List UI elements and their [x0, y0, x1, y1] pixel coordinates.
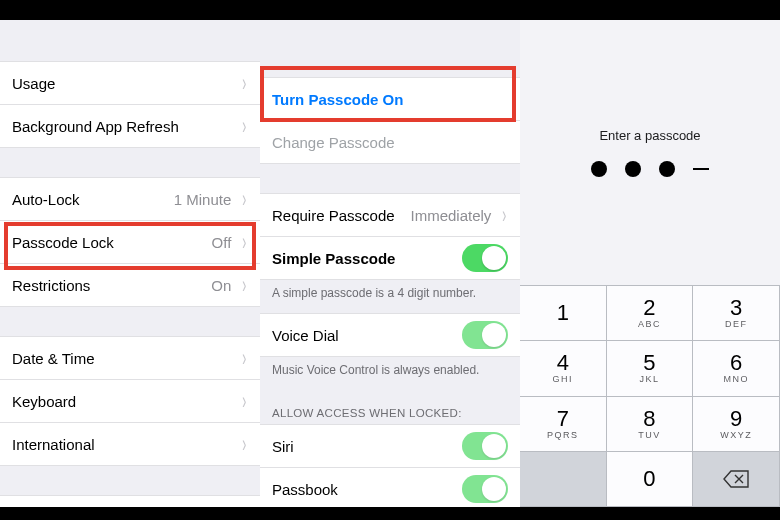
key-8[interactable]: 8TUV: [607, 397, 694, 452]
passcode-dot-filled: [625, 161, 641, 177]
row-background-app-refresh[interactable]: Background App Refresh ›: [0, 104, 260, 148]
toggle-simple-passcode[interactable]: [462, 244, 508, 272]
row-label: Restrictions: [12, 277, 211, 294]
row-siri: Siri: [260, 424, 520, 468]
row-passbook: Passbook: [260, 467, 520, 507]
toggle-siri[interactable]: [462, 432, 508, 460]
row-turn-passcode-on[interactable]: Turn Passcode On: [260, 77, 520, 121]
row-value: 1 Minute: [174, 191, 232, 208]
key-2[interactable]: 2ABC: [607, 286, 694, 341]
row-change-passcode[interactable]: Change Passcode: [260, 120, 520, 164]
numeric-keypad: 1 2ABC 3DEF 4GHI 5JKL 6MNO 7PQRS 8TUV 9W…: [520, 285, 780, 507]
row-keyboard[interactable]: Keyboard ›: [0, 379, 260, 423]
key-3[interactable]: 3DEF: [693, 286, 780, 341]
key-5[interactable]: 5JKL: [607, 341, 694, 396]
key-7[interactable]: 7PQRS: [520, 397, 607, 452]
toggle-passbook[interactable]: [462, 475, 508, 503]
row-label: Require Passcode: [272, 207, 410, 224]
row-label: Simple Passcode: [272, 250, 462, 267]
row-label: International: [12, 436, 237, 453]
chevron-right-icon: ›: [243, 230, 247, 254]
row-label: Voice Dial: [272, 327, 462, 344]
row-value: Off: [212, 234, 232, 251]
passcode-title: Enter a passcode: [599, 128, 700, 143]
row-itunes-wifi-sync[interactable]: iTunes Wi-Fi Sync ›: [0, 495, 260, 507]
row-voice-dial: Voice Dial: [260, 313, 520, 357]
row-label: Passbook: [272, 481, 462, 498]
passcode-dots: [591, 161, 709, 177]
chevron-right-icon: ›: [243, 346, 247, 370]
chevron-right-icon: ›: [243, 505, 247, 507]
chevron-right-icon: ›: [243, 273, 247, 297]
section-header-locked: ALLOW ACCESS WHEN LOCKED:: [260, 391, 520, 425]
row-restrictions[interactable]: Restrictions On ›: [0, 263, 260, 307]
key-blank: [520, 452, 607, 507]
chevron-right-icon: ›: [243, 187, 247, 211]
row-require-passcode[interactable]: Require Passcode Immediately ›: [260, 193, 520, 237]
row-label: Usage: [12, 75, 237, 92]
row-label: Keyboard: [12, 393, 237, 410]
passcode-settings-panel: Turn Passcode On Change Passcode Require…: [260, 20, 520, 507]
chevron-right-icon: ›: [243, 432, 247, 456]
passcode-dot-filled: [659, 161, 675, 177]
chevron-right-icon: ›: [503, 203, 507, 227]
top-letterbox: [0, 0, 780, 20]
row-label: Date & Time: [12, 350, 237, 367]
row-value: Immediately: [410, 207, 491, 224]
passcode-dot-filled: [591, 161, 607, 177]
row-label: Passcode Lock: [12, 234, 212, 251]
bottom-letterbox: [0, 507, 780, 520]
note-voice-dial: Music Voice Control is always enabled.: [260, 357, 520, 391]
chevron-right-icon: ›: [243, 389, 247, 413]
row-label: Siri: [272, 438, 462, 455]
row-usage[interactable]: Usage ›: [0, 61, 260, 105]
key-0[interactable]: 0: [607, 452, 694, 507]
row-date-time[interactable]: Date & Time ›: [0, 336, 260, 380]
row-passcode-lock[interactable]: Passcode Lock Off ›: [0, 220, 260, 264]
row-value: On: [211, 277, 231, 294]
key-9[interactable]: 9WXYZ: [693, 397, 780, 452]
note-simple-passcode: A simple passcode is a 4 digit number.: [260, 280, 520, 314]
row-label: Turn Passcode On: [272, 91, 508, 108]
toggle-voice-dial[interactable]: [462, 321, 508, 349]
key-delete[interactable]: [693, 452, 780, 507]
passcode-area: Enter a passcode: [520, 20, 780, 285]
panels: Usage › Background App Refresh › Auto-Lo…: [0, 20, 780, 507]
chevron-right-icon: ›: [243, 71, 247, 95]
passcode-entry-panel: Enter a passcode 1 2ABC 3DEF 4GHI 5JKL 6…: [520, 20, 780, 507]
settings-general-panel: Usage › Background App Refresh › Auto-Lo…: [0, 20, 260, 507]
passcode-dot-empty: [693, 168, 709, 170]
row-label: Change Passcode: [272, 134, 508, 151]
key-6[interactable]: 6MNO: [693, 341, 780, 396]
chevron-right-icon: ›: [243, 114, 247, 138]
row-label: Background App Refresh: [12, 118, 237, 135]
row-label: Auto-Lock: [12, 191, 174, 208]
row-international[interactable]: International ›: [0, 422, 260, 466]
key-1[interactable]: 1: [520, 286, 607, 341]
row-simple-passcode: Simple Passcode: [260, 236, 520, 280]
row-auto-lock[interactable]: Auto-Lock 1 Minute ›: [0, 177, 260, 221]
key-4[interactable]: 4GHI: [520, 341, 607, 396]
delete-left-icon: [723, 470, 749, 488]
